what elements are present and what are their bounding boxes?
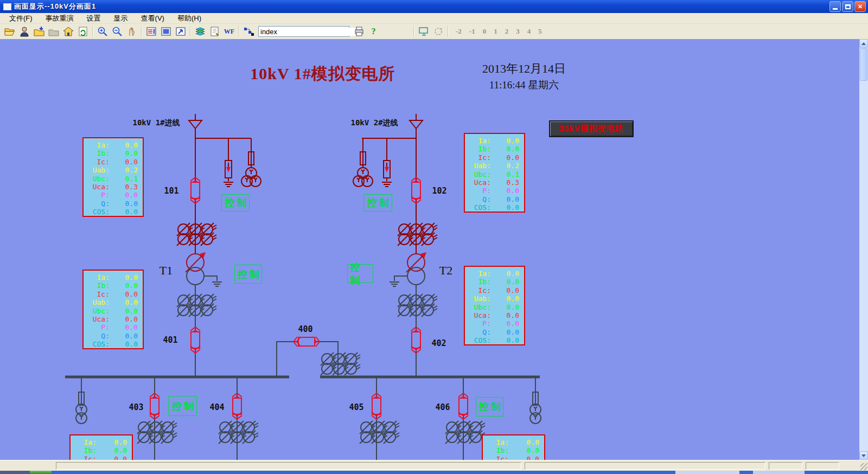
scrollbar-thumb[interactable] xyxy=(860,48,867,81)
minimize-button[interactable] xyxy=(829,1,841,12)
breaker-400-bus-tie[interactable] xyxy=(293,337,320,347)
breaker-402[interactable] xyxy=(411,327,421,353)
properties-icon[interactable] xyxy=(208,25,221,38)
menu-view[interactable]: 查看(V) xyxy=(136,13,169,24)
transformer-t1[interactable] xyxy=(186,252,222,286)
breaker-406-label: 406 xyxy=(435,402,450,412)
workspace: 10kV 1#进线 10kV 2#进线 101 102 400 401 402 … xyxy=(0,39,868,460)
measurement-row: Ia:0.0 xyxy=(72,438,127,446)
open-icon[interactable] xyxy=(3,25,16,38)
control-button-t2[interactable]: 控制 xyxy=(347,264,373,283)
toolbar: WF ? -2 -1 0 1 2 3 4 5 xyxy=(0,24,868,39)
breaker-405[interactable] xyxy=(372,393,381,419)
breaker-406[interactable] xyxy=(458,393,468,419)
save-to-folder-icon[interactable] xyxy=(32,25,46,38)
voltage-transformer-icon xyxy=(530,404,541,424)
zoom-level-1: 1 xyxy=(494,27,497,36)
breaker-401[interactable] xyxy=(190,327,200,353)
measurement-row: Ubc:0.0 xyxy=(85,307,138,315)
zoom-out-icon[interactable] xyxy=(110,25,124,38)
view-panel-icon[interactable] xyxy=(159,25,173,38)
goto-35kv-station-button[interactable]: 35kV模拟变电站 xyxy=(549,120,634,137)
layers-icon[interactable] xyxy=(193,25,207,38)
measurement-row: Uab:0.2 xyxy=(85,166,138,174)
scroll-up-button[interactable] xyxy=(859,39,868,48)
breaker-404[interactable] xyxy=(232,393,242,419)
vertical-scrollbar[interactable] xyxy=(859,39,868,460)
measurement-row: Ic:0.0 xyxy=(466,286,519,294)
home-icon[interactable] xyxy=(61,25,75,38)
breaker-400-label: 400 xyxy=(298,324,312,334)
taskbar-window-button[interactable] xyxy=(675,471,739,474)
voltage-transformer-icon xyxy=(241,168,261,187)
scrollbar-track[interactable] xyxy=(859,81,868,451)
view-window-icon[interactable] xyxy=(174,25,187,38)
menu-settings[interactable]: 设置 xyxy=(82,13,106,24)
measurement-panel-bottom-left: Ia:0.0Ib:0.0Ic:0.0 xyxy=(69,434,133,460)
screen-selector-value[interactable] xyxy=(259,28,356,36)
fuse-icon xyxy=(533,392,538,405)
breaker-101[interactable] xyxy=(190,177,200,203)
measurement-row: Ic:0.0 xyxy=(72,455,127,460)
measurement-row: P:0.0 xyxy=(466,187,519,195)
control-button-101[interactable]: 控制 xyxy=(221,194,250,212)
status-pane-2 xyxy=(525,462,765,470)
date-text: 2013年12月14日 xyxy=(464,61,584,77)
menu-file[interactable]: 文件(F) xyxy=(4,13,37,24)
print-icon[interactable] xyxy=(352,25,366,38)
transformer-t2[interactable] xyxy=(390,252,426,286)
taskbar-window-button[interactable] xyxy=(753,471,805,474)
zoom-level-5: 5 xyxy=(538,27,542,36)
control-button-403[interactable]: 控制 xyxy=(168,396,197,416)
measurement-row: Q:0.0 xyxy=(85,200,138,208)
app-window: 画面显示--10kV分画面1 ✕ 文件(F) 事故重演 设置 显示 查看(V) … xyxy=(0,0,868,474)
menu-bar: 文件(F) 事故重演 设置 显示 查看(V) 帮助(H) xyxy=(0,13,868,24)
measurement-row: Uca:0.3 xyxy=(85,183,138,191)
menu-incident-replay[interactable]: 事故重演 xyxy=(41,13,79,24)
refresh-icon[interactable] xyxy=(76,25,90,38)
scroll-down-button[interactable] xyxy=(859,451,868,460)
close-button[interactable]: ✕ xyxy=(854,1,866,12)
current-transformer-group xyxy=(219,421,258,444)
wf-icon[interactable]: WF xyxy=(222,25,236,38)
ground-icon xyxy=(224,182,233,187)
measurement-panel-bottom-right: Ia:0.0Ib:0.0Ic:0.0 xyxy=(482,434,545,460)
screen-selector-combobox[interactable] xyxy=(258,26,349,37)
surge-arrester-icon xyxy=(225,161,232,181)
breaker-403-label: 403 xyxy=(129,402,143,412)
measurement-row: Ubc:0.1 xyxy=(466,170,519,178)
user-icon[interactable] xyxy=(17,25,31,38)
taskbar-edge xyxy=(0,471,30,474)
hv-apparatus xyxy=(177,120,437,246)
maximize-button[interactable] xyxy=(842,1,853,12)
pan-hand-icon[interactable] xyxy=(125,25,138,38)
line-terminal-icon xyxy=(410,120,423,129)
measurement-row: Ib:0.0 xyxy=(466,145,519,153)
datetime-display: 2013年12月14日 11:16:44 星期六 xyxy=(464,61,584,92)
status-pane-4 xyxy=(806,462,839,470)
current-transformer-group xyxy=(321,353,360,375)
resize-grip[interactable] xyxy=(860,463,867,470)
measurement-row: P:0.0 xyxy=(466,319,519,328)
zoom-level-2: 2 xyxy=(505,27,509,36)
breaker-403[interactable] xyxy=(150,393,159,419)
menu-help[interactable]: 帮助(H) xyxy=(173,13,206,24)
time-text: 11:16:44 星期六 xyxy=(464,78,584,92)
help-icon[interactable]: ? xyxy=(367,25,380,38)
start-button-fragment[interactable] xyxy=(30,471,52,474)
node-tree-icon[interactable] xyxy=(242,25,256,38)
menu-display[interactable]: 显示 xyxy=(109,13,133,24)
window-title: 画面显示--10kV分画面1 xyxy=(14,2,96,11)
control-button-t1[interactable]: 控制 xyxy=(234,265,262,284)
breaker-102[interactable] xyxy=(411,177,421,203)
measurement-row: P:0.0 xyxy=(85,191,138,199)
measurement-row: Ic:0.0 xyxy=(466,153,519,162)
view-list-icon[interactable] xyxy=(144,25,158,38)
zoom-level-4: 4 xyxy=(527,27,531,36)
zoom-in-icon[interactable] xyxy=(95,25,109,38)
control-button-102[interactable]: 控制 xyxy=(363,194,392,212)
measurement-row: Uca:0.0 xyxy=(85,315,138,323)
zoom-level-3: 3 xyxy=(516,27,520,36)
control-button-406[interactable]: 控制 xyxy=(476,397,503,417)
measurement-row: COS:0.0 xyxy=(466,336,519,344)
